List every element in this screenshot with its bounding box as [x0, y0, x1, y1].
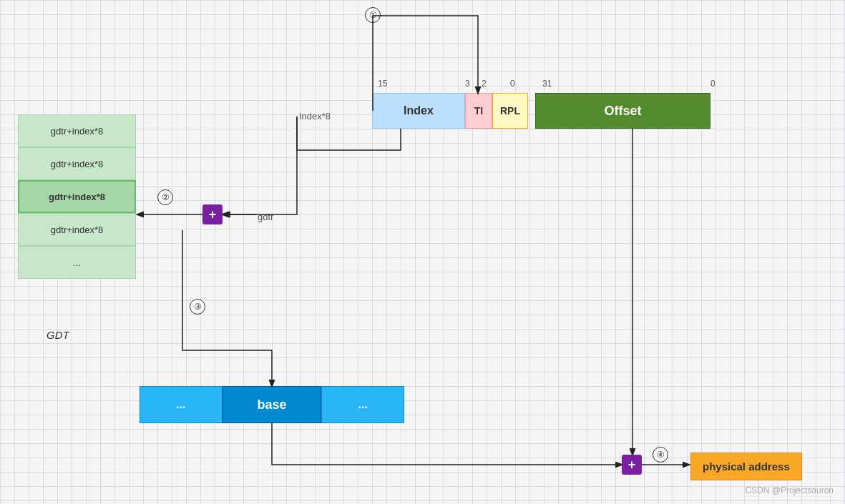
plus-circle-gdt: + — [202, 204, 223, 224]
selector-index: Index — [372, 93, 465, 129]
circle-3: ③ — [190, 299, 205, 315]
bit-3: 3 — [465, 79, 470, 89]
diagram-container: gdtr+index*8 gdtr+index*8 gdtr+index*8 g… — [0, 0, 845, 504]
circle-2: ② — [157, 189, 173, 205]
bit-0-right: 0 — [710, 79, 715, 89]
base-bar: ... base ... — [140, 386, 404, 423]
selector-ti: TI — [465, 93, 492, 129]
gdt-label: GDT — [47, 329, 69, 341]
bit-2: 2 — [482, 79, 487, 89]
selector-offset: Offset — [535, 93, 710, 129]
label-index8: Index*8 — [299, 111, 331, 122]
base-left: ... — [140, 386, 223, 423]
watermark: CSDN @Projectsauron — [745, 485, 834, 495]
base-right: ... — [321, 386, 404, 423]
gdt-row-0: gdtr+index*8 — [18, 114, 136, 147]
label-gdtr: gdtr — [258, 212, 273, 222]
bit-15: 15 — [378, 79, 387, 89]
gdt-row-3: gdtr+index*8 — [18, 213, 136, 246]
circle-4: ④ — [653, 447, 668, 463]
selector-rpl: RPL — [492, 93, 528, 129]
gdt-row-1: gdtr+index*8 — [18, 147, 136, 180]
gdt-table: gdtr+index*8 gdtr+index*8 gdtr+index*8 g… — [18, 114, 136, 279]
physical-address: physical address — [690, 453, 802, 480]
plus-circle-addr: + — [622, 455, 642, 475]
base-center: base — [223, 386, 322, 423]
bit-31: 31 — [542, 79, 552, 89]
circle-1: ① — [365, 7, 381, 23]
bit-0: 0 — [510, 79, 515, 89]
gdt-row-2: gdtr+index*8 — [18, 180, 136, 213]
gdt-row-4: ... — [18, 246, 136, 279]
